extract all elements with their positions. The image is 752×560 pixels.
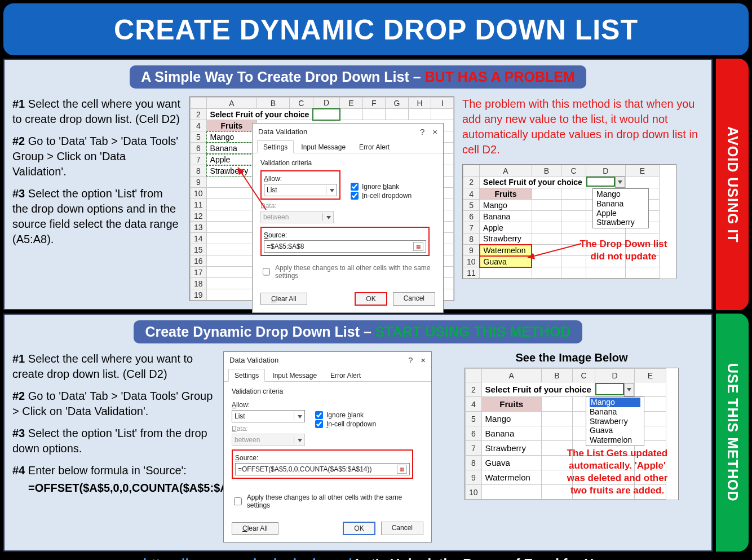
data-combo: between xyxy=(260,211,334,223)
step-text: Select the option 'List' from the drop d… xyxy=(12,187,179,245)
tab-input-message[interactable]: Input Message xyxy=(266,369,323,382)
validation-legend: Validation criteria xyxy=(260,159,435,167)
chevron-down-icon xyxy=(298,415,302,418)
ok-button[interactable]: OK xyxy=(355,292,387,306)
section1-heading-warning: BUT HAS A PROBLEM xyxy=(425,69,575,85)
section1-heading-text: A Simple Way To Create Drop Down List – xyxy=(141,69,424,85)
step-text: Select the cell where you want to create… xyxy=(12,352,193,380)
chevron-down-icon xyxy=(326,216,331,219)
step-text: Select the cell where you want to create… xyxy=(12,98,180,125)
source-input[interactable]: =$A$5:$A$8 ▦ xyxy=(264,240,426,253)
side-tab-use: USE THIS METHOD xyxy=(716,314,749,552)
incell-dropdown-checkbox[interactable]: In-cell dropdown xyxy=(315,420,376,428)
dropdown-list-panel[interactable]: Mango Banana Strawberry Guava Watermelon xyxy=(586,396,644,446)
section-simple-method: A Simple Way To Create Drop Down List – … xyxy=(3,59,713,310)
allow-combo[interactable]: List xyxy=(232,410,305,422)
source-label: Source: xyxy=(264,231,426,239)
allow-label: Allow: xyxy=(264,175,337,183)
chevron-down-icon xyxy=(627,388,631,391)
result-note: The List Gets updated automatically. 'Ap… xyxy=(561,447,674,497)
dropdown-button[interactable] xyxy=(624,383,634,396)
cancel-button[interactable]: Cancel xyxy=(381,522,423,535)
section2-heading: Create Dynamic Drop Down List – START US… xyxy=(134,320,582,343)
chevron-down-icon xyxy=(330,189,334,192)
apply-all-checkbox[interactable]: Apply these changes to all other cells w… xyxy=(232,493,423,509)
step-text: Go to 'Data' Tab > 'Data Tools' Group > … xyxy=(12,390,213,417)
offset-formula: =OFFSET($A$5,0,0,COUNTA($A$5:$A$14)) xyxy=(12,480,215,496)
excel-grid-1: A B C D E F G H I 2Select Fruit of your … xyxy=(189,96,454,301)
allow-label: Allow: xyxy=(232,401,305,409)
range-picker-icon[interactable]: ▦ xyxy=(413,242,423,251)
chevron-down-icon xyxy=(298,439,302,442)
dialog-title: Data Validation xyxy=(229,356,278,364)
dropdown-cell[interactable] xyxy=(595,383,624,395)
dropdown-cell[interactable] xyxy=(586,177,615,187)
section1-steps: #1 Select the cell where you want to cre… xyxy=(12,96,182,254)
section2-heading-ok: START USING THIS METHOD xyxy=(375,324,571,339)
step-text: Select the option 'List' from the drop d… xyxy=(12,427,207,455)
section2-steps: #1 Select the cell where you want to cre… xyxy=(12,351,215,496)
section1-heading: A Simple Way To Create Drop Down List – … xyxy=(130,65,586,89)
dropdown-list-panel[interactable]: Mango Banana Apple Strawberry xyxy=(592,188,649,228)
dialog-title: Data Validation xyxy=(258,127,307,136)
clear-all-button[interactable]: Clear All xyxy=(260,293,307,305)
tab-settings[interactable]: Settings xyxy=(228,369,265,382)
apply-all-checkbox[interactable]: Apply these changes to all other cells w… xyxy=(260,264,435,280)
side-tab-avoid: AVOID USING IT xyxy=(716,59,749,310)
data-label: Data: xyxy=(260,202,340,210)
footer: https://www.excelunlocked.com/ Let's Unl… xyxy=(3,555,749,560)
close-icon[interactable]: × xyxy=(432,127,437,136)
data-combo: between xyxy=(232,434,305,446)
chevron-down-icon xyxy=(618,180,622,184)
data-validation-dialog-1: Data Validation ? × Settings Input Messa… xyxy=(252,123,444,313)
incell-dropdown-checkbox[interactable]: In-cell dropdown xyxy=(351,192,412,200)
allow-combo[interactable]: List xyxy=(264,184,337,196)
validation-legend: Validation criteria xyxy=(232,387,423,395)
page-title: CREATE DYNAMIC DROP DOWN LIST xyxy=(3,3,749,55)
problem-description: The problem with this method is that whe… xyxy=(462,96,704,157)
excel-grid-result: A B C D E 2Select Fruit of your choice 4… xyxy=(465,368,679,500)
section-dynamic-method: Create Dynamic Drop Down List – START US… xyxy=(3,314,713,552)
help-icon[interactable]: ? xyxy=(408,355,413,365)
ignore-blank-checkbox[interactable]: Ignore blank xyxy=(315,411,376,419)
tab-error-alert[interactable]: Error Alert xyxy=(353,140,396,153)
step-text: Enter below formula in 'Source': xyxy=(28,464,187,477)
ok-button[interactable]: OK xyxy=(343,522,375,535)
source-label: Source: xyxy=(235,454,410,462)
problem-note: The Drop Down list did not update xyxy=(576,238,671,263)
selected-cell-d2[interactable] xyxy=(313,109,339,120)
source-input[interactable]: =OFFSET($A$5,0,0,COUNTA($A$5:$A$14)) ▦ xyxy=(235,463,410,475)
section2-caption: See the Image Below xyxy=(440,351,704,364)
data-validation-dialog-2: Data Validation ? × Settings Input Messa… xyxy=(223,351,432,543)
excel-grid-problem: A B C D E 2Select Fruit of your choice 4… xyxy=(462,164,676,279)
clear-all-button[interactable]: Clear All xyxy=(232,522,278,535)
close-icon[interactable]: × xyxy=(421,355,426,365)
ignore-blank-checkbox[interactable]: Ignore blank xyxy=(351,183,412,191)
cancel-button[interactable]: Cancel xyxy=(393,292,435,306)
step-text: Go to 'Data' Tab > 'Data Tools' Group > … xyxy=(12,135,178,178)
range-picker-icon[interactable]: ▦ xyxy=(397,465,407,474)
dropdown-button[interactable] xyxy=(615,177,625,188)
tab-error-alert[interactable]: Error Alert xyxy=(324,369,367,382)
tab-settings[interactable]: Settings xyxy=(257,140,294,153)
footer-link[interactable]: https://www.excelunlocked.com/ xyxy=(143,556,352,560)
section2-heading-text: Create Dynamic Drop Down List – xyxy=(145,324,375,339)
data-label: Data: xyxy=(232,425,305,433)
help-icon[interactable]: ? xyxy=(420,127,424,136)
tab-input-message[interactable]: Input Message xyxy=(295,140,352,153)
footer-tagline: Let's Unlock the Power of Excel for You xyxy=(351,556,609,560)
